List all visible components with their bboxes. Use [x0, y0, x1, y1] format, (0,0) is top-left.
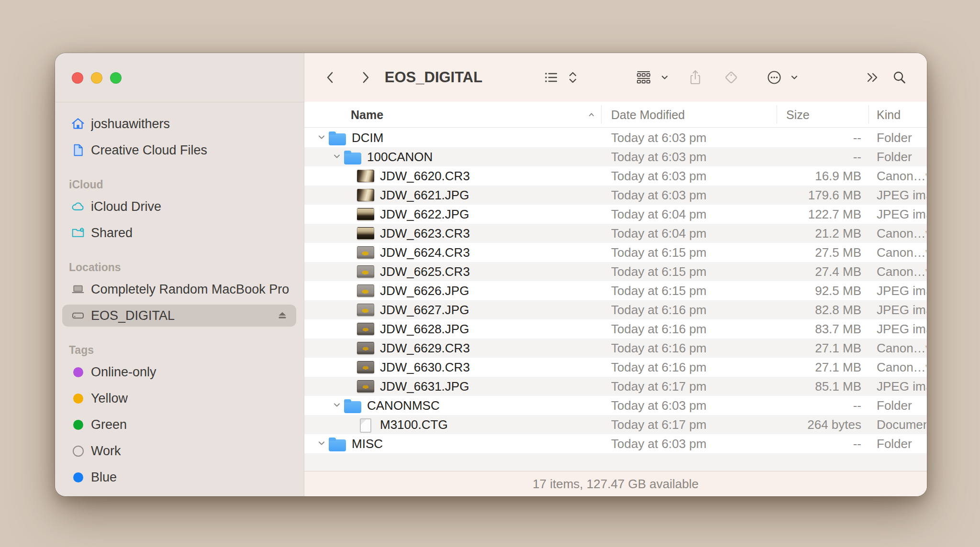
sidebar-item-shared[interactable]: Shared: [62, 222, 296, 244]
cell-size: --: [762, 434, 861, 453]
cell-kind: Canon…w: [877, 339, 926, 358]
sidebar-item-eos-digital[interactable]: EOS_DIGITAL: [62, 305, 296, 327]
table-row-misc[interactable]: MISCToday at 6:03 pm--Folder: [304, 434, 927, 453]
cell-date: Today at 6:16 pm: [611, 339, 706, 358]
table-row-m3100-ctg[interactable]: M3100.CTGToday at 6:17 pm264 bytesDocume…: [304, 415, 927, 434]
search-button[interactable]: [888, 53, 911, 102]
home-icon: [70, 116, 86, 132]
back-button[interactable]: [319, 53, 342, 102]
more-actions-chevron[interactable]: [788, 53, 801, 102]
close-button[interactable]: [72, 72, 83, 84]
cell-date: Today at 6:03 pm: [611, 396, 706, 415]
sidebar-item-green[interactable]: Green: [62, 414, 296, 436]
cell-kind: JPEG image: [877, 205, 926, 224]
sidebar-item-completely-random-macbook-pro[interactable]: Completely Random MacBook Pro: [62, 278, 296, 300]
file-list: DCIMToday at 6:03 pm--Folder100CANONToda…: [304, 128, 927, 453]
table-row-jdw-6622-jpg[interactable]: JDW_6622.JPGToday at 6:04 pm122.7 MBJPEG…: [304, 205, 927, 224]
search-icon: [891, 69, 908, 86]
column-header-size[interactable]: Size: [786, 102, 810, 128]
disclosure-chevron-icon[interactable]: [316, 438, 327, 449]
photo-thumbnail-icon: [357, 323, 374, 335]
cell-kind: JPEG image: [877, 281, 926, 300]
sidebar-item-online-only[interactable]: Online-only: [62, 361, 296, 383]
cell-name: CANONMSC: [367, 396, 440, 415]
photo-thumbnail-icon: [357, 208, 374, 220]
photo-thumbnail-icon: [357, 284, 374, 297]
group-by-chevron[interactable]: [658, 53, 671, 102]
table-row-canonmsc[interactable]: CANONMSCToday at 6:03 pm--Folder: [304, 396, 927, 415]
table-row-jdw-6631-jpg[interactable]: JDW_6631.JPGToday at 6:17 pm85.1 MBJPEG …: [304, 377, 927, 396]
cell-date: Today at 6:03 pm: [611, 147, 706, 166]
cell-date: Today at 6:17 pm: [611, 377, 706, 396]
sidebar-item-icloud-drive[interactable]: iCloud Drive: [62, 196, 296, 218]
zoom-button[interactable]: [110, 72, 122, 84]
table-row-100canon[interactable]: 100CANONToday at 6:03 pm--Folder: [304, 147, 927, 166]
chevron-down-icon: [660, 73, 669, 82]
cell-kind: Folder: [877, 147, 926, 166]
column-headers: Name Date Modified Size Kind: [304, 102, 927, 128]
sidebar-item-yellow[interactable]: Yellow: [62, 387, 296, 409]
table-row-jdw-6628-jpg[interactable]: JDW_6628.JPGToday at 6:16 pm83.7 MBJPEG …: [304, 319, 927, 339]
toolbar-overflow-button[interactable]: [860, 53, 883, 102]
share-button[interactable]: [684, 53, 707, 102]
disclosure-chevron-icon[interactable]: [332, 151, 342, 162]
sidebar-item-creative-cloud-files[interactable]: Creative Cloud Files: [62, 139, 296, 161]
folder-icon: [344, 399, 361, 413]
column-header-name[interactable]: Name: [351, 102, 383, 128]
eject-icon[interactable]: [275, 308, 290, 323]
cell-kind: Canon…w: [877, 358, 926, 377]
column-divider[interactable]: [777, 105, 777, 124]
more-actions-button[interactable]: [763, 53, 786, 102]
cell-size: 27.4 MB: [762, 262, 861, 281]
column-divider[interactable]: [869, 105, 869, 124]
cell-kind: Canon…w: [877, 224, 926, 243]
window-controls: [72, 72, 122, 84]
disclosure-chevron-icon[interactable]: [316, 132, 327, 142]
cell-size: 82.8 MB: [762, 300, 861, 319]
cell-date: Today at 6:15 pm: [611, 281, 706, 300]
chevron-right-icon: [357, 69, 373, 86]
sidebar-item-work[interactable]: Work: [62, 440, 296, 462]
table-row-jdw-6630-cr3[interactable]: JDW_6630.CR3Today at 6:16 pm27.1 MBCanon…: [304, 358, 927, 377]
cell-name: M3100.CTG: [380, 415, 448, 434]
ellipsis-circle-icon: [766, 69, 783, 86]
cell-name: DCIM: [352, 128, 383, 147]
column-divider[interactable]: [601, 105, 601, 124]
view-sort-toggle[interactable]: [566, 53, 580, 102]
forward-button[interactable]: [354, 53, 377, 102]
table-row-dcim[interactable]: DCIMToday at 6:03 pm--Folder: [304, 128, 927, 147]
sidebar-item-blue[interactable]: Blue: [62, 466, 296, 488]
cell-date: Today at 6:16 pm: [611, 358, 706, 377]
cell-size: 27.1 MB: [762, 358, 861, 377]
table-row-jdw-6621-jpg[interactable]: JDW_6621.JPGToday at 6:03 pm179.6 MBJPEG…: [304, 186, 927, 205]
shared-folder-icon: [70, 225, 86, 241]
cloud-icon: [70, 198, 86, 215]
cell-size: 179.6 MB: [762, 186, 861, 205]
tag-dot: [70, 469, 86, 485]
table-row-jdw-6624-cr3[interactable]: JDW_6624.CR3Today at 6:15 pm27.5 MBCanon…: [304, 243, 927, 262]
group-by-button[interactable]: [632, 53, 655, 102]
cell-kind: Canon…w: [877, 243, 926, 262]
disclosure-chevron-icon[interactable]: [332, 400, 342, 410]
column-header-date-modified[interactable]: Date Modified: [611, 102, 685, 128]
sidebar-item-joshuawithers[interactable]: joshuawithers: [62, 113, 296, 135]
minimize-button[interactable]: [91, 72, 102, 84]
column-header-kind[interactable]: Kind: [877, 102, 901, 128]
table-row-jdw-6625-cr3[interactable]: JDW_6625.CR3Today at 6:15 pm27.4 MBCanon…: [304, 262, 927, 281]
cell-name: JDW_6622.JPG: [380, 205, 469, 224]
table-row-jdw-6626-jpg[interactable]: JDW_6626.JPGToday at 6:15 pm92.5 MBJPEG …: [304, 281, 927, 300]
cell-kind: JPEG image: [877, 300, 926, 319]
cell-name: JDW_6625.CR3: [380, 262, 470, 281]
sidebar-list: joshuawithersCreative Cloud FilesiCloudi…: [55, 102, 304, 496]
cell-kind: Canon…w: [877, 166, 926, 186]
cell-size: 92.5 MB: [762, 281, 861, 300]
tags-button[interactable]: [720, 53, 743, 102]
table-row-jdw-6623-cr3[interactable]: JDW_6623.CR3Today at 6:04 pm21.2 MBCanon…: [304, 224, 927, 243]
table-row-jdw-6629-cr3[interactable]: JDW_6629.CR3Today at 6:16 pm27.1 MBCanon…: [304, 339, 927, 358]
view-list-button[interactable]: [540, 53, 563, 102]
window-title: EOS_DIGITAL: [385, 53, 482, 102]
photo-thumbnail-icon: [357, 380, 374, 393]
photo-thumbnail-icon: [357, 170, 374, 182]
table-row-jdw-6627-jpg[interactable]: JDW_6627.JPGToday at 6:16 pm82.8 MBJPEG …: [304, 300, 927, 319]
table-row-jdw-6620-cr3[interactable]: JDW_6620.CR3Today at 6:03 pm16.9 MBCanon…: [304, 166, 927, 186]
